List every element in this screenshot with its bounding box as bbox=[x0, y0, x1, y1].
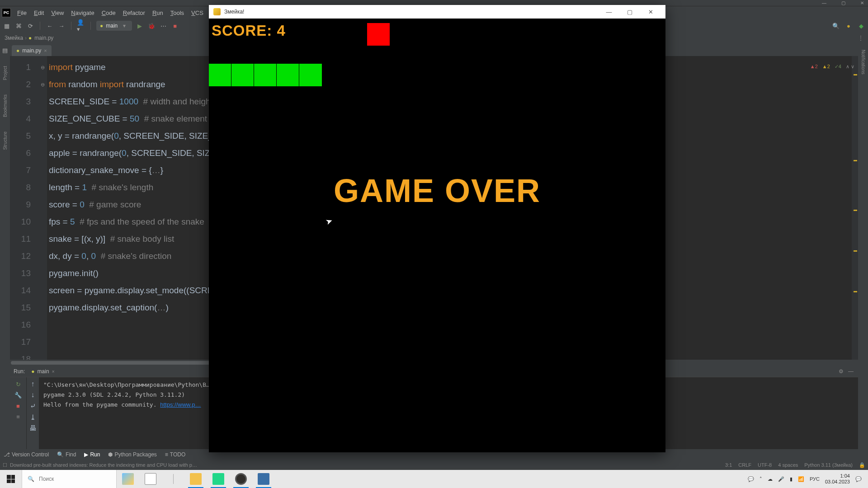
forward-icon[interactable]: → bbox=[57, 22, 66, 30]
window-minimize-icon[interactable]: — bbox=[599, 5, 619, 19]
ide-close-icon[interactable]: ✕ bbox=[859, 0, 865, 6]
open-icon[interactable]: ▦ bbox=[3, 22, 11, 30]
menu-refactor[interactable]: Refactor bbox=[119, 9, 149, 16]
up-icon[interactable]: ↑ bbox=[31, 380, 35, 388]
run-hide-icon[interactable]: — bbox=[848, 368, 854, 375]
menu-code[interactable]: Code bbox=[98, 9, 119, 16]
menu-run[interactable]: Run bbox=[149, 9, 167, 16]
menu-file[interactable]: File bbox=[14, 9, 30, 16]
run-config-icon[interactable]: 🔧 bbox=[14, 391, 22, 399]
structure-tab[interactable]: Structure bbox=[2, 129, 9, 153]
run-label: Run: bbox=[14, 368, 25, 375]
run-settings-icon[interactable]: ⚙ bbox=[839, 368, 844, 375]
ide-max-icon[interactable]: ▢ bbox=[840, 0, 846, 6]
taskbar-explorer[interactable] bbox=[184, 470, 207, 488]
taskbar-taskview[interactable] bbox=[139, 470, 162, 488]
taskbar-pygame-window[interactable] bbox=[252, 470, 275, 488]
menu-tools[interactable]: Tools bbox=[167, 9, 188, 16]
window-maximize-icon[interactable]: ▢ bbox=[619, 5, 640, 19]
add-user-icon[interactable]: 👤▾ bbox=[77, 22, 85, 30]
bookmarks-tab[interactable]: Bookmarks bbox=[2, 92, 9, 120]
ide-min-icon[interactable]: — bbox=[821, 0, 827, 6]
status-message[interactable]: Download pre-built shared indexes: Reduc… bbox=[10, 462, 197, 468]
run-actions-2: ↑ ↓ ⤶ ⤓ 🖶 bbox=[26, 377, 39, 449]
taskbar-obs[interactable] bbox=[230, 470, 252, 488]
run-actions: ↻ 🔧 ■ ≡ bbox=[10, 377, 26, 449]
close-tab-icon[interactable]: × bbox=[44, 48, 47, 53]
window-close-icon[interactable]: ✕ bbox=[640, 5, 661, 19]
menu-edit[interactable]: Edit bbox=[30, 9, 47, 16]
editor-tab-main[interactable]: ● main.py × bbox=[12, 45, 52, 56]
stop-process-icon[interactable]: ■ bbox=[14, 402, 22, 410]
breadcrumb-more-icon[interactable]: ⋮ bbox=[858, 35, 863, 41]
menu-view[interactable]: View bbox=[47, 9, 67, 16]
run-config-dropdown[interactable]: ● main ▾ bbox=[96, 21, 132, 31]
taskbar-weather[interactable] bbox=[117, 470, 139, 488]
down-icon[interactable]: ↓ bbox=[31, 391, 35, 399]
run-icon[interactable]: ▶ bbox=[136, 22, 144, 30]
tray-notifications-icon[interactable]: 💬 bbox=[855, 476, 862, 482]
pygame-window[interactable]: Змейка! — ▢ ✕ SCORE: 4 GAME OVER ➤ bbox=[209, 5, 665, 452]
tray-wifi-icon[interactable]: 📶 bbox=[798, 476, 804, 482]
menu-vcs[interactable]: VCS bbox=[188, 9, 207, 16]
breadcrumb-file[interactable]: main.py bbox=[34, 35, 53, 41]
sync-icon[interactable]: ⟳ bbox=[26, 22, 34, 30]
mouse-cursor-icon: ➤ bbox=[324, 216, 334, 227]
taskbar-pycharm[interactable] bbox=[207, 470, 230, 488]
run-tool[interactable]: ▶ Run bbox=[84, 451, 100, 458]
project-tab[interactable]: Project bbox=[2, 63, 9, 83]
python-file-icon: ● bbox=[28, 35, 32, 41]
softwrap-icon[interactable]: ⤶ bbox=[30, 402, 36, 410]
right-toolwindow-bar: Notifications bbox=[858, 43, 868, 449]
close-icon[interactable]: × bbox=[52, 369, 55, 374]
todo-tool[interactable]: ≡ TODO bbox=[165, 451, 185, 458]
debug-icon[interactable]: 🐞 bbox=[147, 22, 156, 30]
caret-position[interactable]: 3:1 bbox=[725, 462, 732, 468]
tray-mic-icon[interactable]: 🎤 bbox=[778, 476, 784, 482]
more-run-icon[interactable]: ⋯ bbox=[159, 22, 167, 30]
rerun-icon[interactable]: ↻ bbox=[14, 380, 22, 388]
print-icon[interactable]: 🖶 bbox=[29, 424, 37, 432]
start-button[interactable] bbox=[0, 470, 22, 488]
run-tab-main[interactable]: ● main × bbox=[31, 368, 54, 375]
inspections-widget[interactable]: ▲2 ▲2 ✓4 ∧ ∨ bbox=[810, 58, 854, 75]
ide-avatar-icon[interactable]: ● bbox=[844, 22, 853, 30]
run-tab-label: main bbox=[38, 368, 49, 375]
taskbar-search[interactable]: 🔍 Поиск bbox=[22, 470, 117, 488]
tray-battery-icon[interactable]: ▮ bbox=[790, 476, 793, 482]
file-encoding[interactable]: UTF-8 bbox=[758, 462, 772, 468]
project-tool-icon[interactable]: ▤ bbox=[1, 46, 9, 54]
system-tray: 💬 ˄ ☁ 🎤 ▮ 📶 РУС 1:04 03.04.2023 💬 bbox=[748, 473, 868, 485]
scroll-to-end-icon[interactable]: ⤓ bbox=[30, 413, 36, 422]
stop-icon[interactable]: ■ bbox=[171, 22, 179, 30]
breadcrumb-project[interactable]: Змейка bbox=[5, 35, 23, 41]
tray-chevron-up-icon[interactable]: ˄ bbox=[760, 476, 762, 482]
ide-updates-icon[interactable]: ◆ bbox=[857, 22, 865, 30]
python-file-icon: ● bbox=[16, 47, 19, 54]
search-icon: 🔍 bbox=[28, 476, 34, 482]
tray-onedrive-icon[interactable]: ☁ bbox=[768, 476, 773, 482]
pygame-titlebar[interactable]: Змейка! — ▢ ✕ bbox=[209, 5, 665, 19]
snake-segment bbox=[254, 64, 277, 86]
search-everywhere-icon[interactable]: 🔍 bbox=[832, 22, 840, 30]
menu-navigate[interactable]: Navigate bbox=[67, 9, 98, 16]
readonly-lock-icon[interactable]: 🔒 bbox=[859, 462, 865, 468]
inspect-ok: 4 bbox=[839, 64, 841, 69]
tray-language[interactable]: РУС bbox=[810, 476, 820, 482]
tray-meet-now-icon[interactable]: 💬 bbox=[748, 476, 754, 482]
layout-icon[interactable]: ≡ bbox=[14, 413, 22, 421]
line-separator[interactable]: CRLF bbox=[738, 462, 751, 468]
back-icon[interactable]: ← bbox=[46, 22, 54, 30]
python-interpreter[interactable]: Python 3.11 (Змейка) bbox=[804, 462, 853, 468]
notifications-tab[interactable]: Notifications bbox=[860, 48, 867, 76]
inspect-warnings: 2 bbox=[827, 64, 830, 69]
save-icon[interactable]: ⌘ bbox=[14, 22, 23, 30]
error-stripe[interactable] bbox=[852, 56, 858, 360]
tray-clock[interactable]: 1:04 03.04.2023 bbox=[825, 473, 850, 485]
python-icon: ● bbox=[100, 23, 103, 29]
indent-setting[interactable]: 4 spaces bbox=[778, 462, 798, 468]
python-packages-tool[interactable]: ⬢ Python Packages bbox=[108, 451, 156, 458]
editor-tab-label: main.py bbox=[22, 47, 41, 54]
version-control-tool[interactable]: ⎇ Version Control bbox=[4, 451, 49, 458]
find-tool[interactable]: 🔍 Find bbox=[57, 451, 76, 458]
